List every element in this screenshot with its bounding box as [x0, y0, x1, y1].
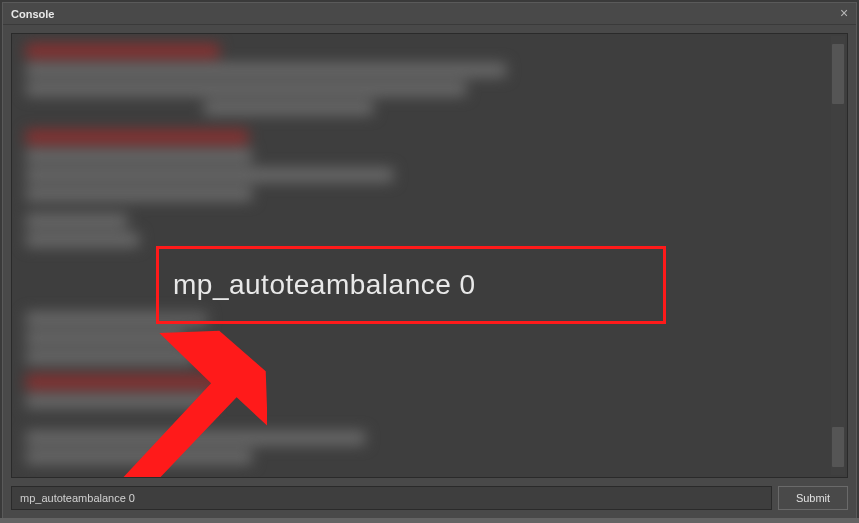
close-icon[interactable]: ×	[836, 6, 852, 22]
command-input[interactable]	[11, 486, 772, 510]
highlight-box: mp_autoteambalance 0	[156, 246, 666, 324]
console-window: Console ×	[2, 2, 857, 519]
input-bar: Submit	[3, 482, 856, 518]
scrollbar-thumb[interactable]	[832, 427, 844, 467]
console-output: mp_autoteambalance 0	[11, 33, 848, 478]
window-title: Console	[11, 8, 54, 20]
highlighted-command: mp_autoteambalance 0	[173, 269, 476, 301]
bottom-edge	[0, 518, 859, 523]
scrollbar-thumb[interactable]	[832, 44, 844, 104]
scrollbar[interactable]	[831, 36, 845, 475]
titlebar: Console ×	[3, 3, 856, 25]
submit-button[interactable]: Submit	[778, 486, 848, 510]
